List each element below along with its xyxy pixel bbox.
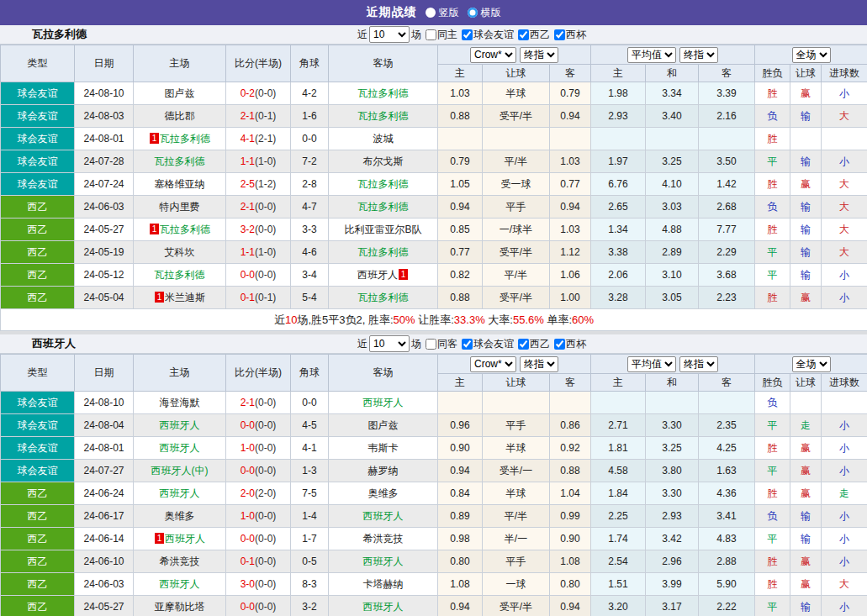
away-team: 西班牙人 bbox=[329, 596, 438, 616]
corners: 4-5 bbox=[291, 414, 329, 437]
average-source-select[interactable]: 平均值 bbox=[627, 356, 676, 372]
score-halftime: 0-0(0-0) bbox=[226, 414, 291, 437]
handicap-home-odds: 0.88 bbox=[438, 287, 483, 309]
handicap-away-odds: 0.86 bbox=[550, 414, 591, 437]
league-filter-copa[interactable]: 西杯 bbox=[552, 337, 586, 351]
score-halftime: 2-1(0-0) bbox=[226, 196, 291, 218]
avg-draw-odds: 3.10 bbox=[646, 264, 699, 287]
near-label: 近 bbox=[357, 28, 367, 42]
match-row: 西乙24-06-03特内里费2-1(0-0)4-7瓦拉多利德0.94平手0.94… bbox=[1, 196, 867, 218]
scope-select[interactable]: 全场 bbox=[792, 47, 831, 63]
league-filter-friendly[interactable]: 球会友谊 bbox=[459, 337, 514, 351]
result-handicap: 赢 bbox=[790, 573, 822, 596]
league-filter-friendly[interactable]: 球会友谊 bbox=[459, 28, 514, 42]
handicap-line bbox=[483, 128, 550, 150]
result-outcome: 胜 bbox=[755, 550, 790, 573]
handicap-line: 半球 bbox=[483, 482, 550, 505]
results-table-valladolid: 类型 日期 主场 比分(半场) 角球 客场 Crow*终指 平均值终指 全场 主… bbox=[0, 45, 867, 331]
result-outcome: 胜 bbox=[755, 287, 790, 309]
away-team: 波城 bbox=[329, 128, 438, 150]
avg-draw-odds: 3.99 bbox=[646, 573, 699, 596]
match-row: 球会友谊24-08-03德比郡2-1(0-1)1-6瓦拉多利德0.88受平/半0… bbox=[1, 105, 867, 128]
handicap-source-select[interactable]: Crow* bbox=[470, 356, 516, 372]
average-odds-header: 平均值终指 bbox=[591, 45, 755, 65]
friendly-checkbox[interactable] bbox=[462, 339, 473, 350]
corners: 4-2 bbox=[291, 82, 329, 105]
avg-draw-odds: 2.93 bbox=[646, 505, 699, 528]
league-filter-segunda[interactable]: 西乙 bbox=[515, 337, 550, 351]
avg-away-odds: 2.29 bbox=[699, 241, 755, 264]
segunda-checkbox[interactable] bbox=[518, 29, 529, 40]
same-venue-filter[interactable]: 同客 bbox=[423, 337, 457, 351]
score-halftime: 2-5(1-2) bbox=[226, 173, 291, 196]
match-count-select[interactable]: 10 bbox=[369, 335, 410, 352]
handicap-home-odds: 0.84 bbox=[438, 482, 483, 505]
match-date: 24-08-01 bbox=[75, 437, 134, 460]
corners: 2-8 bbox=[291, 173, 329, 196]
copa-checkbox[interactable] bbox=[554, 339, 565, 350]
handicap-line: 一球 bbox=[483, 573, 550, 596]
avg-draw-odds: 3.25 bbox=[646, 150, 699, 173]
subcol-handicap-home: 主 bbox=[438, 374, 483, 392]
same-venue-checkbox[interactable] bbox=[426, 29, 436, 40]
match-type-badge: 球会友谊 bbox=[1, 173, 75, 196]
avg-draw-odds bbox=[646, 392, 699, 414]
handicap-home-odds: 0.85 bbox=[438, 218, 483, 241]
average-stage-select[interactable]: 终指 bbox=[679, 47, 718, 63]
avg-home-odds: 2.54 bbox=[591, 550, 646, 573]
match-type-badge: 球会友谊 bbox=[1, 460, 75, 482]
result-outcome: 胜 bbox=[755, 218, 790, 241]
handicap-odds-header: Crow*终指 bbox=[438, 355, 591, 374]
same-venue-filter[interactable]: 同主 bbox=[423, 28, 457, 42]
corners: 0-0 bbox=[291, 392, 329, 414]
average-stage-select[interactable]: 终指 bbox=[679, 356, 718, 372]
col-type: 类型 bbox=[1, 45, 75, 82]
handicap-stage-select[interactable]: 终指 bbox=[520, 356, 558, 372]
scope-select[interactable]: 全场 bbox=[792, 356, 831, 372]
handicap-source-select[interactable]: Crow* bbox=[470, 47, 516, 63]
handicap-home-odds: 1.03 bbox=[438, 82, 483, 105]
average-source-select[interactable]: 平均值 bbox=[627, 47, 676, 63]
subcol-outcome: 胜负 bbox=[755, 374, 790, 392]
subcol-handicap-result: 让球 bbox=[790, 374, 822, 392]
radio-icon-horizontal bbox=[468, 8, 478, 18]
avg-draw-odds: 3.30 bbox=[646, 482, 699, 505]
handicap-home-odds: 0.79 bbox=[438, 150, 483, 173]
friendly-checkbox[interactable] bbox=[462, 29, 473, 40]
result-goals: 大 bbox=[822, 573, 867, 596]
avg-home-odds: 2.71 bbox=[591, 414, 646, 437]
avg-home-odds: 3.38 bbox=[591, 241, 646, 264]
corners: 0-0 bbox=[291, 128, 329, 150]
match-date: 24-07-24 bbox=[75, 173, 134, 196]
handicap-away-odds: 1.03 bbox=[550, 150, 591, 173]
same-venue-checkbox[interactable] bbox=[426, 339, 436, 350]
avg-away-odds: 2.22 bbox=[699, 596, 755, 616]
league-filter-segunda[interactable]: 西乙 bbox=[515, 28, 550, 42]
subcol-handicap-home: 主 bbox=[438, 65, 483, 82]
home-team: 奥维多 bbox=[134, 505, 226, 528]
result-handicap: 赢 bbox=[790, 82, 822, 105]
match-row: 西乙24-05-12瓦拉多利德0-0(0-0)3-4西班牙人10.82平/半1.… bbox=[1, 264, 867, 287]
handicap-stage-select[interactable]: 终指 bbox=[520, 47, 558, 63]
match-date: 24-05-19 bbox=[75, 241, 134, 264]
match-date: 24-08-10 bbox=[75, 392, 134, 414]
average-odds-header: 平均值终指 bbox=[591, 355, 755, 374]
layout-option-horizontal[interactable]: 横版 bbox=[468, 6, 501, 20]
corners: 4-6 bbox=[291, 241, 329, 264]
layout-option-vertical[interactable]: 竖版 bbox=[426, 6, 459, 20]
avg-draw-odds: 3.25 bbox=[646, 437, 699, 460]
segunda-checkbox[interactable] bbox=[518, 339, 529, 350]
match-type-badge: 西乙 bbox=[1, 264, 75, 287]
result-outcome: 负 bbox=[755, 392, 790, 414]
league-filter-copa[interactable]: 西杯 bbox=[552, 28, 586, 42]
handicap-away-odds: 0.79 bbox=[550, 82, 591, 105]
match-count-select[interactable]: 10 bbox=[369, 26, 410, 43]
match-date: 24-06-03 bbox=[75, 573, 134, 596]
result-outcome: 平 bbox=[755, 460, 790, 482]
corners: 3-3 bbox=[291, 218, 329, 241]
avg-home-odds: 6.76 bbox=[591, 173, 646, 196]
home-team: 西班牙人(中) bbox=[134, 460, 226, 482]
result-outcome: 胜 bbox=[755, 437, 790, 460]
subcol-avg-away: 客 bbox=[699, 374, 755, 392]
copa-checkbox[interactable] bbox=[554, 29, 565, 40]
